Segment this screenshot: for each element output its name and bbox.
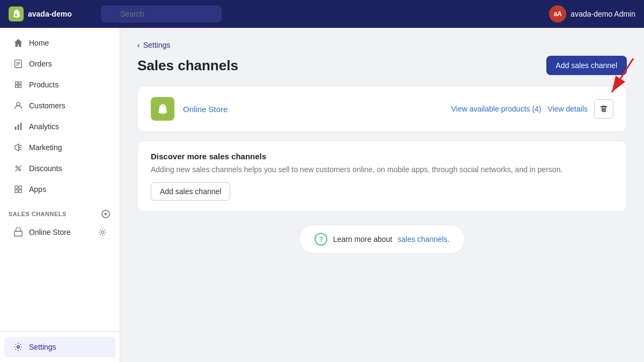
sidebar-item-discounts-label: Discounts xyxy=(29,164,62,173)
svg-point-11 xyxy=(16,166,18,168)
sidebar-item-home-label: Home xyxy=(29,39,49,47)
discover-description: Adding new sales channels helps you sell… xyxy=(151,165,613,174)
svg-point-22 xyxy=(101,231,104,234)
page-title: Sales channels xyxy=(137,57,238,74)
sidebar-channel-left: Online Store xyxy=(13,227,71,238)
sidebar-item-analytics-label: Analytics xyxy=(29,122,59,131)
sales-channels-label: SALES CHANNELS xyxy=(9,211,67,217)
add-sales-channel-button[interactable]: Add sales channel xyxy=(546,56,627,75)
sidebar-item-customers-label: Customers xyxy=(29,101,65,110)
sidebar-item-home[interactable]: Home xyxy=(4,33,115,53)
sidebar-item-settings[interactable]: Settings xyxy=(4,337,115,357)
sidebar-item-apps[interactable]: Apps xyxy=(4,179,115,200)
customers-icon xyxy=(13,100,24,111)
main-content: ‹ Settings Sales channels Add sales chan… xyxy=(120,28,644,267)
main-wrapper: ‹ Settings Sales channels Add sales chan… xyxy=(120,28,644,362)
add-sales-channel-sidebar-button[interactable] xyxy=(100,209,111,219)
view-details-link[interactable]: View details xyxy=(548,105,588,113)
view-available-products-link[interactable]: View available products (4) xyxy=(451,105,541,113)
svg-rect-6 xyxy=(18,124,19,130)
delete-channel-button[interactable] xyxy=(594,99,613,119)
svg-point-23 xyxy=(17,346,20,349)
topnav: avada-demo 🔍 aA avada-demo Admin xyxy=(0,0,644,28)
sidebar-item-customers[interactable]: Customers xyxy=(4,95,115,116)
search-wrapper: 🔍 xyxy=(101,5,444,23)
marketing-icon xyxy=(13,142,24,153)
avatar: aA xyxy=(549,5,566,23)
online-store-row: Online Store View available products (4)… xyxy=(151,97,613,121)
analytics-icon xyxy=(13,121,24,132)
sidebar-item-settings-label: Settings xyxy=(29,343,56,351)
channel-settings-icon[interactable] xyxy=(98,228,107,237)
sidebar-item-marketing-label: Marketing xyxy=(29,143,62,152)
products-icon xyxy=(13,79,24,90)
topnav-right: aA avada-demo Admin xyxy=(549,5,635,23)
breadcrumb[interactable]: ‹ Settings xyxy=(137,41,627,49)
svg-rect-17 xyxy=(19,190,21,193)
page-header: Sales channels Add sales channel xyxy=(137,56,627,75)
brand-name: avada-demo xyxy=(28,10,72,18)
orders-icon xyxy=(13,58,24,69)
sidebar-item-apps-label: Apps xyxy=(29,185,46,194)
breadcrumb-arrow-icon: ‹ xyxy=(137,41,140,49)
svg-rect-7 xyxy=(20,123,22,130)
sidebar-item-orders[interactable]: Orders xyxy=(4,54,115,74)
admin-name: avada-demo Admin xyxy=(570,10,635,18)
sales-channels-section-header: SALES CHANNELS xyxy=(0,200,120,221)
learn-more-text: Learn more about xyxy=(333,235,392,243)
svg-point-12 xyxy=(19,169,21,171)
discounts-icon xyxy=(13,163,24,174)
layout: Home Orders Products Cu xyxy=(0,28,644,362)
sidebar-item-products-label: Products xyxy=(29,80,58,89)
sidebar-channel-online-store[interactable]: Online Store xyxy=(4,222,115,242)
settings-icon xyxy=(13,342,24,352)
info-icon: ? xyxy=(314,233,327,246)
svg-rect-21 xyxy=(14,231,22,236)
sidebar-item-orders-label: Orders xyxy=(29,60,52,68)
learn-more-pill: ? Learn more about sales channels. xyxy=(299,225,465,254)
sidebar: Home Orders Products Cu xyxy=(0,28,120,362)
discover-card: Discover more sales channels Adding new … xyxy=(137,141,627,212)
svg-line-9 xyxy=(19,149,21,150)
online-store-card: Online Store View available products (4)… xyxy=(137,86,627,132)
online-store-name[interactable]: Online Store xyxy=(183,105,443,114)
online-store-actions: View available products (4) View details xyxy=(451,99,613,119)
discover-title: Discover more sales channels xyxy=(151,152,613,161)
sidebar-item-marketing[interactable]: Marketing xyxy=(4,137,115,158)
home-icon xyxy=(13,38,24,48)
sidebar-bottom: Settings xyxy=(0,331,120,362)
learn-more-container: ? Learn more about sales channels. xyxy=(137,225,627,254)
svg-rect-15 xyxy=(19,186,21,189)
brand: avada-demo xyxy=(9,6,94,21)
svg-rect-16 xyxy=(15,190,18,193)
discover-add-channel-button[interactable]: Add sales channel xyxy=(151,182,230,201)
search-input[interactable] xyxy=(101,5,222,23)
svg-rect-14 xyxy=(15,186,18,189)
store-icon xyxy=(13,227,24,238)
breadcrumb-label: Settings xyxy=(143,41,171,49)
shopify-bag-icon xyxy=(151,97,174,121)
sidebar-item-products[interactable]: Products xyxy=(4,75,115,95)
apps-icon xyxy=(13,184,24,195)
sales-channels-link[interactable]: sales channels. xyxy=(398,235,450,243)
svg-rect-5 xyxy=(15,127,17,130)
sidebar-item-discounts[interactable]: Discounts xyxy=(4,158,115,179)
sidebar-channel-online-store-label: Online Store xyxy=(29,228,71,237)
sidebar-nav: Home Orders Products Cu xyxy=(0,28,120,331)
svg-line-8 xyxy=(19,145,21,146)
sidebar-item-analytics[interactable]: Analytics xyxy=(4,116,115,137)
shopify-logo-icon xyxy=(9,6,24,21)
